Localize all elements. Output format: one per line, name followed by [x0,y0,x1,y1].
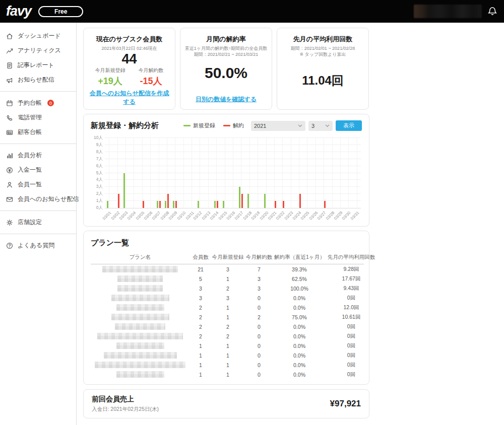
sidebar-item-label: アナリティクス [18,46,61,55]
y-axis-tick-label: 7人 [96,156,103,162]
cell-rate: 0.0% [274,324,325,330]
cell-usage: 17.67回 [325,275,378,282]
cell-rate: 62.5% [274,276,325,282]
gridline-v [332,138,333,208]
daily-values-link[interactable]: 日別の数値を確認する [196,95,257,104]
sidebar-item-label: ダッシュボード [18,32,61,40]
ledger-icon [6,129,13,136]
gridline-v [125,138,126,208]
gridline-v [307,138,307,208]
cell-cancel: 0 [244,362,274,368]
plan-name-redacted [102,266,178,272]
table-row[interactable]: 21275.0%10.61回 [91,312,364,322]
x-axis-tick-label: 03/19 [250,210,261,221]
x-axis-tick-label: 03/13 [201,210,212,221]
table-row[interactable]: 51362.5%17.67回 [91,274,364,284]
cell-rate: 75.0% [274,314,325,320]
cell-usage: 10.61回 [325,314,378,321]
cell-cancel: 3 [244,276,274,282]
sidebar-item-article[interactable]: 記事レポート [0,58,76,73]
bar-cancellations [324,201,326,208]
table-row[interactable]: 1100.0%0回 [91,350,364,360]
sidebar-item-mail[interactable]: 会員へのお知らせ配信 [0,192,76,206]
table-row[interactable]: 3300.0%0回 [91,293,364,303]
plan-name-redacted [111,295,169,301]
gridline-v [200,138,200,208]
table-row[interactable]: 2200.0%0回 [91,331,364,341]
legend-label: 解約 [233,122,244,129]
sidebar-item-analytics[interactable]: アナリティクス [0,43,76,58]
table-row[interactable]: 1100.0%0回 [91,360,364,370]
cell-rate: 100.0% [274,286,325,292]
sidebar: ダッシュボードアナリティクス記事レポートお知らせ配信予約台帳0電話管理顧客台帳会… [0,23,77,425]
cell-cancel: 0 [244,352,274,359]
table-row[interactable]: 2200.0%0回 [91,322,364,331]
chart-plot: 0人1人2人3人4人5人6人7人8人9人10人03/0103/0203/0303… [105,138,361,208]
analysis-card: 新規登録・解約分析 新規登録解約 2021 3 表示 0人1人2人3人4人5人6… [83,114,369,227]
y-axis-tick-label: 5人 [96,170,103,176]
revenue-card: 前回会員売上 入金日: 2021年02月25日(木) ¥97,921 [83,389,369,418]
cell-usage: 0回 [325,362,378,369]
gridline-v [266,138,267,208]
cell-new: 1 [212,343,244,349]
sidebar-item-label: 会員へのお知らせ配信 [18,195,79,203]
cell-members: 2 [190,324,212,330]
show-button[interactable]: 表示 [336,120,362,131]
gridline-v [274,138,275,208]
sidebar-divider [0,91,76,92]
plan-name-redacted [117,275,163,282]
year-select[interactable]: 2021 [251,121,305,131]
x-axis-tick-label: 03/17 [234,210,244,221]
col-rate: 解約率（直近1ヶ月） [274,254,325,261]
table-row[interactable]: 323100.0%9.43回 [91,284,364,293]
account-name-redacted[interactable] [414,5,482,18]
cell-new: 2 [212,324,244,330]
gridline-v [192,138,192,208]
table-row[interactable]: 2100.0%12.0回 [91,303,364,312]
card-churn-rate: 月間の解約率 直近1ヶ月間の解約数÷期間前の全会員数 期間：2021/02/21… [180,28,272,110]
plan-badge[interactable]: Free [38,6,83,17]
sidebar-item-person[interactable]: 会員一覧 [0,177,76,192]
x-axis-tick-label: 03/27 [317,210,327,221]
sidebar-item-bar-chart[interactable]: 会員分析 [0,148,76,163]
cell-new: 1 [212,362,244,368]
sidebar-item-ledger[interactable]: 顧客台帳 [0,125,76,139]
bar-cancellations [217,201,218,208]
legend-color-chip [223,125,230,126]
cell-usage: 0回 [325,323,378,330]
avg-usage-value: 11.04回 [302,73,344,89]
sidebar-item-question[interactable]: よくある質問 [0,238,76,253]
cell-new: 3 [212,266,244,272]
bar-cancellations [118,194,119,208]
x-axis-tick-label: 03/02 [110,210,120,221]
cell-usage: 9.43回 [325,285,378,292]
plans-title: プラン一覧 [91,238,364,248]
table-row[interactable]: 1100.0%0回 [91,341,364,350]
sidebar-item-megaphone[interactable]: お知らせ配信 [0,73,76,87]
x-axis-tick-label: 03/08 [160,210,170,221]
month-select[interactable]: 3 [308,121,333,131]
plan-name-redacted [97,333,183,339]
sidebar-item-calendar[interactable]: 予約台帳0 [0,96,76,110]
x-axis-tick-label: 03/16 [226,210,236,221]
create-notice-link[interactable]: 会員へのお知らせ配信を作成する [88,89,171,106]
table-row[interactable]: 213739.3%9.28回 [91,264,364,274]
cell-cancel: 0 [244,343,274,349]
plan-name-redacted [117,285,163,292]
chart-legend: 新規登録解約 [183,122,244,129]
table-row[interactable]: 1100.0%0回 [91,370,364,379]
bar-registrations [239,187,240,208]
sidebar-item-phone[interactable]: 電話管理 [0,110,76,125]
sidebar-item-label: お知らせ配信 [18,76,54,84]
sidebar-item-label: 顧客台帳 [18,128,42,136]
gridline-v [142,138,143,208]
cancel-members-value: -15人 [139,75,164,87]
sidebar-item-gear[interactable]: 店舗設定 [0,215,76,230]
cell-rate: 0.0% [274,343,325,349]
sidebar-item-home[interactable]: ダッシュボード [0,29,76,43]
sidebar-item-yen[interactable]: 入金一覧 [0,163,76,177]
cell-usage: 0回 [325,333,378,340]
bell-icon[interactable] [487,6,498,17]
gridline-v [348,138,349,208]
y-axis-tick-label: 9人 [96,142,103,148]
